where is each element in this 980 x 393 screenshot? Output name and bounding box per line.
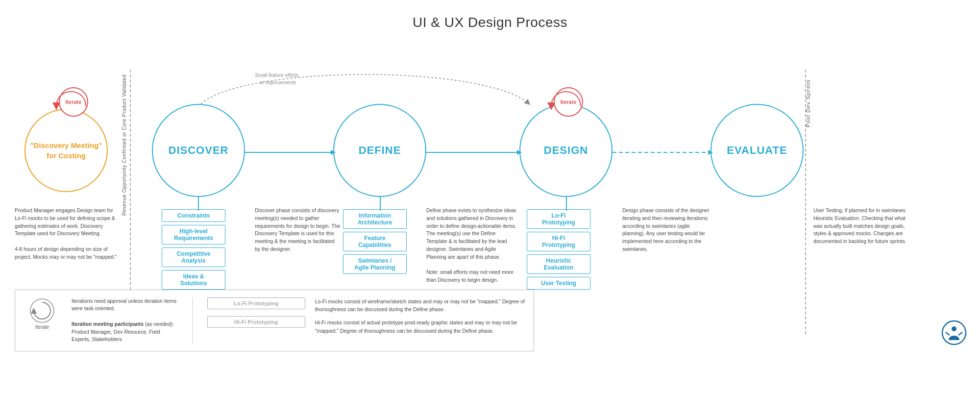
tag-lofi-prototyping: Lo-FiPrototyping: [527, 209, 590, 229]
tag-heuristic-evaluation: HeuristicEvaluation: [527, 254, 590, 274]
arrow-discover-define: [245, 149, 336, 155]
svg-marker-1: [331, 150, 336, 155]
svg-line-15: [958, 332, 962, 335]
design-label: DESIGN: [544, 144, 588, 157]
svg-marker-3: [517, 150, 522, 155]
legend-participants-bold: Iteration meeting participants: [72, 321, 144, 327]
tag-ideas-solutions: Ideas &Solutions: [162, 270, 225, 290]
iterate-arrow-discovery: [51, 82, 96, 111]
discover-tags: Constraints High-levelRequirements Compe…: [162, 209, 225, 293]
design-desc: Design phase consists of the designer it…: [622, 207, 710, 253]
design-circle: DESIGN: [519, 104, 612, 197]
iterate-arrow-design: [546, 82, 590, 111]
define-tags: InformationArchitecture FeatureCapabilit…: [343, 209, 407, 277]
legend-hifi-desc: Hi-Fi mocks consist of actual prototype …: [315, 319, 526, 335]
connector-design: [566, 196, 567, 211]
connector-define: [380, 196, 381, 211]
tag-information-architecture: InformationArchitecture: [343, 209, 407, 229]
legend-lofi-tag: Lo-Fi Prototyping: [207, 297, 305, 309]
legend-iterate-text: Iterations need approval unless iteratio…: [72, 297, 177, 344]
tag-high-level-requirements: High-levelRequirements: [162, 225, 225, 245]
person-icon: [941, 319, 965, 344]
legend-box: Iterate Iterations need approval unless …: [15, 290, 534, 352]
define-label: DEFINE: [359, 144, 401, 157]
tag-competitive-analysis: CompetitiveAnalysis: [162, 247, 225, 267]
legend-lofi-desc: Lo-Fi mocks consist of wireframe/sketch …: [315, 297, 526, 314]
post-dev-label: Post Dev Sprints: [805, 79, 811, 127]
svg-text:Small feature efforts: Small feature efforts: [255, 73, 298, 78]
arrow-design-evaluate: [612, 149, 713, 155]
legend-iterate-icon: [29, 297, 56, 324]
discover-label: DISCOVER: [169, 144, 229, 157]
define-circle: DEFINE: [333, 104, 426, 197]
page-title: UI & UX Design Process: [0, 0, 980, 35]
legend-iterate-section: Iterate: [23, 297, 62, 330]
revenue-label: Revenue Opportunity Confirmed or Core Pr…: [122, 74, 127, 216]
legend-proto-descriptions: Lo-Fi mocks consist of wireframe/sketch …: [315, 297, 526, 335]
tag-swimlanes: Swimlanes /Agile Planning: [343, 254, 407, 274]
tag-feature-capabilities: FeatureCapabilities: [343, 232, 407, 251]
discovery-label: "Discovery Meeting" for Costing: [25, 140, 107, 161]
evaluate-circle: EVALUATE: [710, 104, 804, 197]
design-tags: Lo-FiPrototyping Hi-FiPrototyping Heuris…: [527, 209, 590, 293]
svg-point-13: [952, 326, 956, 331]
legend-prototyping-tags: Lo-Fi Prototyping Hi-Fi Prototyping: [207, 297, 305, 331]
connector-discover: [198, 196, 199, 211]
tag-hifi-prototyping: Hi-FiPrototyping: [527, 232, 590, 251]
diagram-area: Revenue Opportunity Confirmed or Core Pr…: [0, 40, 980, 354]
dotted-arc: Small feature efforts or improvements: [196, 60, 539, 109]
evaluate-desc: User Testing, if planned for in swimlane…: [813, 207, 911, 246]
discovery-circle: "Discovery Meeting" for Costing: [24, 109, 108, 192]
legend-hifi-tag: Hi-Fi Prototyping: [207, 316, 305, 328]
arrow-define-design: [426, 149, 522, 155]
discovery-desc: Product Manager engages Design team for …: [15, 207, 118, 261]
define-desc: Define phase exists to synthesize ideas …: [426, 207, 517, 284]
svg-marker-5: [708, 150, 713, 155]
legend-iterate-word: Iterate: [35, 324, 49, 330]
svg-line-14: [946, 332, 950, 335]
svg-text:or improvements: or improvements: [260, 80, 296, 85]
evaluate-label: EVALUATE: [727, 144, 787, 157]
tag-user-testing: User Testing: [527, 277, 590, 290]
legend-divider: [192, 297, 193, 344]
discover-desc: Discover phase consists of discovery mee…: [255, 207, 341, 253]
discover-circle: DISCOVER: [152, 104, 245, 197]
tag-constraints: Constraints: [162, 209, 225, 222]
